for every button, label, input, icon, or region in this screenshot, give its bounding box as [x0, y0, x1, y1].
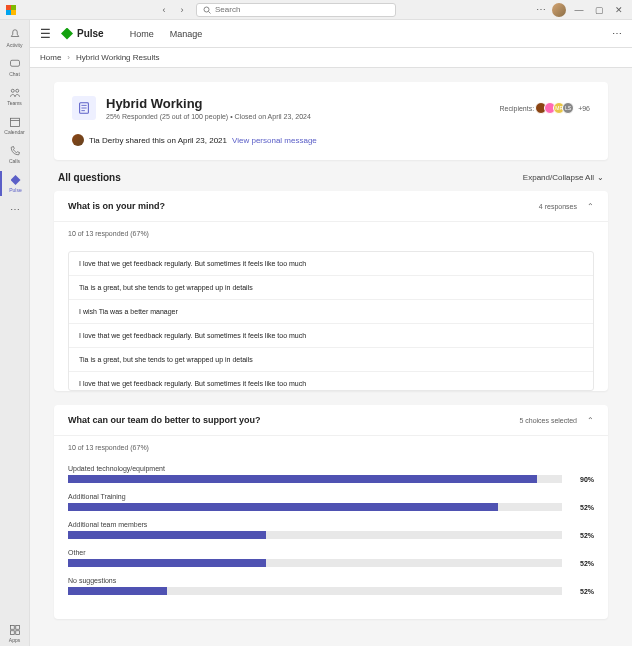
- survey-title: Hybrid Working: [106, 96, 311, 111]
- svg-rect-7: [10, 626, 14, 630]
- bar-label: Additional Training: [68, 493, 594, 500]
- bar-label: Updated technology/equipment: [68, 465, 594, 472]
- titlebar: ‹ › ⋯ — ▢ ✕: [0, 0, 632, 20]
- response-item: I love that we get feedback regularly. B…: [69, 324, 593, 348]
- bar-row: Additional Training 52%: [68, 493, 594, 511]
- bar-fill: [68, 587, 167, 595]
- rail-pulse[interactable]: Pulse: [0, 171, 28, 196]
- response-item: Tia is a great, but she tends to get wra…: [69, 276, 593, 300]
- question-title: What is on your mind?: [68, 201, 165, 211]
- recipients-label: Recipients:: [499, 105, 534, 112]
- svg-rect-8: [15, 626, 19, 630]
- sharer-avatar: [72, 134, 84, 146]
- survey-icon: [72, 96, 96, 120]
- bar-value: 52%: [570, 588, 594, 595]
- maximize-button[interactable]: ▢: [592, 3, 606, 17]
- bar-row: Additional team members 52%: [68, 521, 594, 539]
- pulse-icon: [61, 28, 73, 40]
- expand-collapse-all[interactable]: Expand/Collapse All ⌄: [523, 173, 604, 182]
- breadcrumb: Home › Hybrid Working Results: [30, 48, 632, 68]
- bar-track: [68, 587, 562, 595]
- rail-calls[interactable]: Calls: [1, 142, 29, 167]
- question-meta: 5 choices selected: [519, 417, 577, 424]
- breadcrumb-current[interactable]: Hybrid Working Results: [76, 53, 159, 62]
- text-responses-list[interactable]: I love that we get feedback regularly. B…: [68, 251, 594, 391]
- nav-home[interactable]: Home: [130, 29, 154, 39]
- bar-track: [68, 475, 562, 483]
- share-text: Tia Derby shared this on April 23, 2021: [89, 136, 227, 145]
- response-item: I wish Tia was a better manager: [69, 300, 593, 324]
- survey-summary-card: Hybrid Working 25% Responded (25 out of …: [54, 82, 608, 160]
- question-meta: 4 responses: [539, 203, 577, 210]
- rail-teams[interactable]: Teams: [1, 84, 29, 109]
- chevron-down-icon: ⌄: [597, 173, 604, 182]
- view-message-link[interactable]: View personal message: [232, 136, 317, 145]
- recipients-avatars[interactable]: MR LS: [538, 102, 574, 114]
- rail-calendar[interactable]: Calendar: [1, 113, 29, 138]
- bar-value: 90%: [570, 476, 594, 483]
- svg-rect-9: [10, 631, 14, 635]
- app-nav: Home Manage: [130, 29, 203, 39]
- svg-rect-5: [10, 118, 19, 126]
- bar-label: Other: [68, 549, 594, 556]
- response-item: Tia is a great, but she tends to get wra…: [69, 348, 593, 372]
- forward-button[interactable]: ›: [174, 2, 190, 18]
- collapse-button[interactable]: ⌃: [587, 202, 594, 211]
- ms-logo: [6, 5, 16, 15]
- question-card-1: What is on your mind? 4 responses ⌃ 10 o…: [54, 191, 608, 391]
- response-count: 10 of 13 responded (67%): [54, 436, 608, 459]
- user-avatar[interactable]: [552, 3, 566, 17]
- svg-point-0: [204, 7, 209, 12]
- response-item: I love that we get feedback regularly. B…: [69, 252, 593, 276]
- chevron-right-icon: ›: [67, 53, 70, 62]
- bar-value: 52%: [570, 504, 594, 511]
- bar-fill: [68, 531, 266, 539]
- bar-track: [68, 559, 562, 567]
- app-header: ☰ Pulse Home Manage ⋯: [30, 20, 632, 48]
- response-item: I love that we get feedback regularly. B…: [69, 372, 593, 391]
- bar-value: 52%: [570, 560, 594, 567]
- bar-label: Additional team members: [68, 521, 594, 528]
- titlebar-more[interactable]: ⋯: [536, 4, 546, 15]
- back-button[interactable]: ‹: [156, 2, 172, 18]
- app-brand: Pulse: [61, 28, 104, 40]
- share-row: Tia Derby shared this on April 23, 2021 …: [54, 134, 608, 160]
- rail-activity[interactable]: Activity: [1, 26, 29, 51]
- svg-point-4: [15, 89, 18, 92]
- bar-label: No suggestions: [68, 577, 594, 584]
- rail-chat[interactable]: Chat: [1, 55, 29, 80]
- svg-line-1: [209, 11, 211, 13]
- bar-row: No suggestions 52%: [68, 577, 594, 595]
- breadcrumb-home[interactable]: Home: [40, 53, 61, 62]
- bar-fill: [68, 559, 266, 567]
- app-rail: Activity Chat Teams Calendar Calls Pulse…: [0, 20, 30, 646]
- question-card-2: What can our team do better to support y…: [54, 405, 608, 619]
- minimize-button[interactable]: —: [572, 3, 586, 17]
- bar-value: 52%: [570, 532, 594, 539]
- hamburger-menu[interactable]: ☰: [40, 27, 51, 41]
- question-title: What can our team do better to support y…: [68, 415, 261, 425]
- nav-manage[interactable]: Manage: [170, 29, 203, 39]
- bar-chart: Updated technology/equipment 90% Additio…: [54, 459, 608, 619]
- svg-point-3: [11, 89, 14, 92]
- survey-meta: 25% Responded (25 out of 100 people) • C…: [106, 113, 311, 120]
- svg-rect-10: [15, 631, 19, 635]
- search-box[interactable]: [196, 3, 396, 17]
- collapse-button[interactable]: ⌃: [587, 416, 594, 425]
- bar-row: Updated technology/equipment 90%: [68, 465, 594, 483]
- app-header-more[interactable]: ⋯: [612, 28, 622, 39]
- avatar: LS: [562, 102, 574, 114]
- bar-row: Other 52%: [68, 549, 594, 567]
- close-button[interactable]: ✕: [612, 3, 626, 17]
- response-count: 10 of 13 responded (67%): [54, 222, 608, 245]
- bar-track: [68, 503, 562, 511]
- search-input[interactable]: [215, 5, 389, 14]
- search-icon: [203, 6, 211, 14]
- svg-rect-2: [10, 60, 19, 66]
- rail-apps[interactable]: Apps: [1, 621, 29, 646]
- app-brand-label: Pulse: [77, 28, 104, 39]
- section-all-questions: All questions: [58, 172, 121, 183]
- rail-more[interactable]: ⋯: [1, 200, 29, 218]
- history-nav: ‹ ›: [156, 2, 190, 18]
- bar-track: [68, 531, 562, 539]
